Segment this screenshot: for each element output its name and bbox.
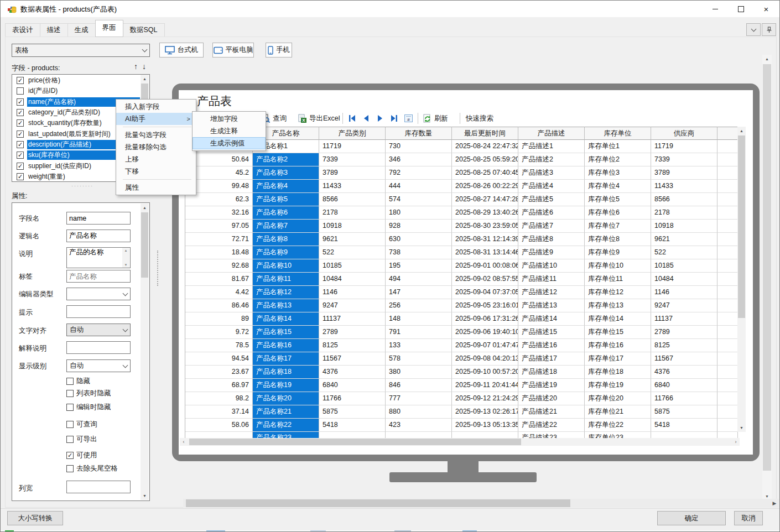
checkbox-icon[interactable] [66, 390, 74, 397]
submenu-item[interactable]: 生成示例值 [193, 137, 266, 149]
checkbox-icon[interactable]: ✓ [66, 452, 74, 459]
pin-button[interactable] [762, 23, 776, 36]
tab-0[interactable]: 表设计 [5, 23, 40, 37]
column-header[interactable]: 最后更新时间 [452, 127, 518, 140]
scrollbar-thumb[interactable] [186, 499, 570, 507]
ok-button[interactable]: 确定 [657, 511, 726, 525]
table-row[interactable]: 37.14产品名称2158758802025-09-13 02:26:17产品描… [185, 405, 746, 419]
dialog-horizontal-scrollbar[interactable]: ▶ [183, 499, 779, 508]
editor-type-select[interactable] [66, 288, 131, 300]
table-row[interactable]: 45.2产品名称337897922025-08-25 07:40:45产品描述3… [185, 166, 746, 180]
explain-input[interactable] [66, 341, 131, 354]
refresh-button[interactable]: 刷新 [423, 113, 448, 124]
column-header[interactable]: 产品描述 [518, 127, 585, 140]
checkbox-icon[interactable] [66, 465, 74, 472]
tab-1[interactable]: 描述 [40, 23, 68, 37]
menu-item[interactable]: 插入新字段 [116, 101, 196, 113]
property-checkbox-row[interactable]: 可查询 [66, 420, 97, 429]
menu-item[interactable]: AI助手> [116, 113, 196, 125]
close-button[interactable]: × [753, 1, 779, 17]
menu-item[interactable]: 批量移除勾选 [116, 141, 196, 153]
nav-next-button[interactable] [376, 113, 384, 124]
scroll-down-icon[interactable]: ▼ [737, 424, 746, 432]
device-tablet-button[interactable]: 平板电脑 [212, 43, 254, 58]
scrollbar-thumb[interactable] [738, 135, 745, 318]
table-row[interactable]: 4.42产品名称1211461472025-09-04 07:37:05产品描述… [185, 286, 746, 299]
field-checkbox[interactable]: ✓ [17, 77, 24, 84]
checkbox-icon[interactable] [66, 421, 74, 428]
table-row-partial[interactable]: 产品名称23产品描述23库存单位23 [185, 432, 746, 438]
goto-page-button[interactable]: # [404, 113, 413, 124]
checkbox-icon[interactable] [66, 404, 74, 411]
scroll-up-icon[interactable]: ▲ [762, 55, 772, 64]
scroll-right-icon[interactable]: ▶ [771, 499, 778, 508]
nav-prev-button[interactable] [362, 113, 371, 124]
table-row[interactable]: 58.06产品名称2254184232025-09-13 05:13:35产品描… [185, 419, 746, 432]
column-header[interactable]: 库存数量 [386, 127, 452, 140]
table-row[interactable]: 86.46产品名称1392472562025-09-05 23:16:01产品描… [185, 299, 746, 312]
tab-3[interactable]: 界面 [95, 20, 123, 37]
table-row[interactable]: 62.3产品名称585665742025-08-27 14:47:28产品描述5… [185, 193, 746, 206]
scroll-up-icon[interactable]: ▲ [141, 75, 149, 83]
minimize-button[interactable] [703, 1, 728, 17]
table-row[interactable]: 98.2产品名称20117667772025-09-12 21:24:29产品描… [185, 392, 746, 405]
table-row[interactable]: 68.97产品名称1968408462025-09-11 20:41:44产品描… [185, 379, 746, 392]
textarea-spinner[interactable]: ▲▼ [122, 248, 129, 268]
field-checkbox[interactable]: ✓ [17, 163, 24, 170]
field-checkbox[interactable]: ✓ [17, 141, 24, 148]
scroll-up-icon[interactable]: ▲ [737, 127, 746, 135]
field-checkbox[interactable]: ✓ [17, 152, 24, 159]
column-header[interactable]: 供应商 [651, 127, 717, 140]
table-row[interactable]: 32.16产品名称621781802025-08-29 13:40:26产品描述… [185, 206, 746, 220]
field-checkbox[interactable]: ✓ [17, 98, 24, 106]
horizontal-splitter[interactable]: ········ [66, 183, 99, 189]
menu-item[interactable]: 批量勾选字段 [116, 129, 196, 141]
scroll-down-icon[interactable]: ▼ [141, 492, 149, 500]
table-row[interactable]: 50.64产品名称273393462025-08-25 05:59:20产品描述… [185, 153, 746, 166]
description-textarea[interactable]: 产品的名称 [66, 247, 131, 268]
table-row[interactable]: 94.54产品名称17115675782025-09-08 04:20:13产品… [185, 352, 746, 366]
table-row[interactable]: 9.72产品名称1527897912025-09-06 19:40:10产品描述… [185, 326, 746, 339]
table-horizontal-scrollbar[interactable]: ‹ › [180, 438, 740, 446]
table-row[interactable]: 18.48产品名称95227382025-08-31 13:14:46产品描述9… [185, 246, 746, 259]
scroll-left-icon[interactable]: ‹ [180, 438, 188, 446]
table-row[interactable]: 产品名称1117197302025-08-24 22:47:32产品描述1库存单… [185, 140, 746, 153]
scrollbar-thumb[interactable] [763, 64, 771, 471]
scrollbar-thumb[interactable] [141, 212, 148, 278]
nav-first-button[interactable] [348, 113, 357, 124]
view-type-select[interactable]: 表格 [12, 44, 150, 57]
tag-input[interactable] [66, 270, 131, 283]
checkbox-icon[interactable] [66, 378, 74, 385]
table-vertical-scrollbar[interactable]: ▲ ▼ [737, 127, 746, 432]
vertical-splitter[interactable] [157, 251, 158, 286]
text-align-select[interactable]: 自动 [66, 324, 131, 336]
logical-name-input[interactable] [66, 230, 131, 242]
field-checkbox[interactable]: ✓ [17, 119, 24, 127]
field-checkbox[interactable]: ✓ [17, 131, 24, 138]
submenu-item[interactable]: 增加字段 [193, 113, 266, 125]
field-checkbox[interactable] [17, 87, 24, 95]
move-down-icon[interactable]: ↓ [142, 62, 146, 71]
column-header[interactable]: 库存单位 [585, 127, 651, 140]
scrollbar-thumb[interactable] [189, 439, 521, 445]
field-name-input[interactable] [66, 212, 131, 225]
table-row[interactable]: 72.71产品名称896216302025-08-31 12:14:39产品描述… [185, 233, 746, 246]
dialog-vertical-scrollbar[interactable]: ▲ ▼ [762, 55, 772, 501]
scroll-right-icon[interactable]: › [732, 438, 740, 446]
property-checkbox-row[interactable]: ✓可使用 [66, 451, 97, 460]
device-phone-button[interactable]: 手机 [266, 43, 292, 58]
field-checkbox[interactable]: ✓ [17, 109, 24, 116]
property-checkbox-row[interactable]: 编辑时隐藏 [66, 403, 111, 412]
case-convert-button[interactable]: 大小写转换 [7, 511, 63, 525]
tab-overflow-button[interactable] [746, 23, 761, 36]
nav-last-button[interactable] [389, 113, 398, 124]
table-row[interactable]: 81.67产品名称11104844942025-09-02 08:57:55产品… [185, 273, 746, 286]
scroll-up-icon[interactable]: ▲ [141, 204, 149, 212]
menu-item[interactable]: 下移 [116, 165, 196, 178]
table-row[interactable]: 99.48产品名称4114334442025-08-26 00:22:29产品描… [185, 180, 746, 193]
property-checkbox-row[interactable]: 可导出 [66, 435, 97, 444]
table-row[interactable]: 92.68产品名称10101851952025-09-01 00:08:06产品… [185, 259, 746, 273]
export-excel-button[interactable]: X 导出Excel [298, 113, 340, 124]
property-checkbox-row[interactable]: 隐藏 [66, 377, 90, 386]
hint-input[interactable] [66, 305, 131, 318]
